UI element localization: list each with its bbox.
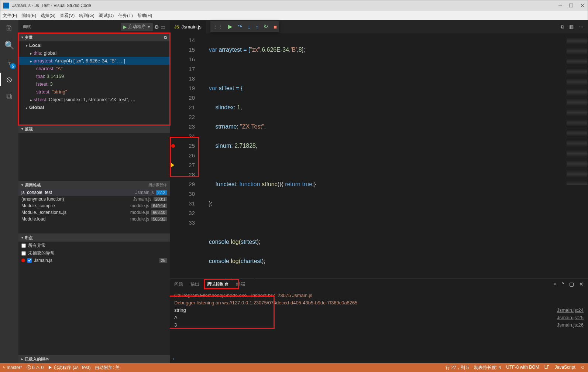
menu-tasks[interactable]: 任务(T) (118, 13, 133, 19)
status-language[interactable]: JavaScript (555, 365, 575, 371)
continue-icon[interactable]: ▶ (228, 23, 233, 30)
window-title: Jsmain.js - Js_Test - Visual Studio Code (12, 3, 558, 8)
close-icon[interactable]: ✕ (580, 3, 585, 8)
tab-terminal[interactable]: 终端 (236, 280, 245, 289)
restart-icon[interactable]: ↻ (264, 23, 268, 30)
checkbox[interactable] (21, 251, 26, 256)
bp-all-exceptions[interactable]: 所有异常 (18, 242, 170, 249)
chevron-down-icon: ▾ (21, 236, 23, 239)
callstack-frame[interactable]: (anonymous function)Jsmain.js203:1 (18, 196, 170, 202)
var-istest[interactable]: istest: 3 (18, 80, 170, 88)
menu-debug[interactable]: 调试(D) (99, 13, 114, 19)
callstack-frame[interactable]: Module._extensions..jsmodule.js663:10 (18, 209, 170, 216)
bp-uncaught[interactable]: 未捕获的异常 (18, 249, 170, 257)
tab-output[interactable]: 输出 (190, 280, 199, 289)
scope-global[interactable]: ▸Global (18, 103, 170, 111)
console-source-link[interactable]: Jsmain.js:26 (557, 321, 584, 329)
watch-body (18, 133, 170, 181)
debug-console-body[interactable]: C:\Program Files\nodejs\node.exe --inspe… (170, 290, 588, 363)
loaded-scripts-header[interactable]: ▸ 已载入的脚本 (18, 355, 170, 363)
source-control-icon[interactable]: ⑂5 (4, 57, 14, 68)
menu-view[interactable]: 查看(V) (60, 13, 75, 19)
grip-icon[interactable]: ⋮⋮ (213, 24, 223, 30)
bp-file[interactable]: Jsmain.js25 (18, 257, 170, 264)
var-fpai[interactable]: fpai: 3.14159 (18, 72, 170, 80)
checkbox[interactable] (27, 258, 32, 263)
debug-toolbar[interactable]: ⋮⋮ ▶ ↷ ↓ ↑ ↻ ■ (210, 21, 279, 32)
chevron-down-icon: ▾ (21, 183, 23, 187)
debug-icon[interactable]: ⦸ (4, 74, 14, 85)
explorer-icon[interactable]: 🗎 (4, 23, 14, 34)
callstack-frame[interactable]: Module.loadmodule.js565:32 (18, 216, 170, 222)
tab-debug-console[interactable]: 调试控制台 (207, 280, 229, 289)
debug-console-icon[interactable]: ▭ (161, 24, 165, 30)
panel-close-icon[interactable]: ✕ (579, 281, 584, 287)
menu-help[interactable]: 帮助(H) (137, 13, 152, 19)
menu-file[interactable]: 文件(F) (3, 13, 17, 19)
step-over-icon[interactable]: ↷ (238, 23, 243, 30)
var-arraytest[interactable]: ▸arraytest: Array(4) ["zx", 6.626e-34, "… (18, 57, 170, 65)
gear-icon[interactable]: ⚙ (154, 24, 159, 30)
collapse-all-icon[interactable]: ⧉ (164, 35, 167, 40)
bottom-panel: 问题 输出 调试控制台 终端 ≡ ^ ▢ ✕ C:\Program Files\… (170, 278, 588, 363)
var-sttest[interactable]: ▸stTest: Object {siindex: 1, strname: "Z… (18, 96, 170, 103)
var-chartest[interactable]: chartest: "A" (18, 65, 170, 72)
status-errors[interactable]: ⓧ 0 ⚠ 0 (27, 365, 44, 371)
current-line-arrow-icon (171, 163, 174, 168)
panel-up-icon[interactable]: ^ (561, 281, 564, 287)
line-gutter[interactable]: 1415161718192021222324 25 26 27 28293031… (170, 33, 199, 278)
status-launch[interactable]: ▶ 启动程序 (Js_Test) (48, 365, 90, 371)
debug-sidebar: 调试 ▶ 启动程序 ▼ ⚙ ▭ ▾ 变量 ⧉ ▾Local ▸this: g (18, 20, 170, 363)
tab-jsmain[interactable]: JS Jsmain.js (170, 20, 206, 33)
minimap[interactable] (566, 33, 588, 278)
maximize-icon[interactable]: ☐ (569, 3, 574, 8)
start-debug-icon[interactable]: ▶ (123, 24, 127, 30)
split-editor-icon[interactable]: ⧉ (561, 24, 564, 30)
watch-label: 监视 (25, 126, 33, 132)
stop-icon[interactable]: ■ (274, 24, 277, 30)
callstack-label: 调用堆栈 (25, 182, 41, 188)
console-source-link[interactable]: Jsmain.js:25 (557, 314, 584, 321)
minimize-icon[interactable]: ─ (558, 3, 562, 8)
launch-config-dropdown[interactable]: ▶ 启动程序 ▼ (121, 23, 153, 31)
console-source-link[interactable]: Jsmain.js:24 (557, 307, 584, 314)
more-icon[interactable]: ⋯ (579, 24, 584, 30)
extensions-icon[interactable]: ⧉ (4, 91, 14, 102)
console-line: stringJsmain.js:24 (174, 307, 584, 314)
menu-edit[interactable]: 编辑(E) (21, 13, 36, 19)
breakpoint-marker-icon[interactable] (171, 144, 175, 148)
callstack-status: 因步骤暂停 (148, 182, 167, 188)
status-tabsize[interactable]: 制表符长度: 4 (474, 365, 501, 371)
step-into-icon[interactable]: ↓ (248, 24, 251, 30)
breakpoints-section-header[interactable]: ▾ 断点 (18, 233, 170, 242)
code-editor[interactable]: var arraytest = ["zx",6.626E-34,'B',8]; … (199, 33, 566, 278)
callstack-frame[interactable]: Module._compilemodule.js649:14 (18, 202, 170, 209)
search-icon[interactable]: 🔍 (4, 40, 14, 51)
checkbox[interactable] (21, 243, 26, 248)
tab-problems[interactable]: 问题 (174, 280, 183, 289)
titlebar: Jsmain.js - Js_Test - Visual Studio Code… (0, 0, 588, 11)
status-encoding[interactable]: UTF-8 with BOM (506, 365, 539, 371)
var-strtest[interactable]: strtest: "string" (18, 88, 170, 96)
clear-console-icon[interactable]: ≡ (553, 281, 556, 287)
callstack-frame[interactable]: js_console_testJsmain.js27:2 (18, 189, 170, 196)
menu-goto[interactable]: 转到(G) (79, 13, 94, 19)
scope-local[interactable]: ▾Local (18, 41, 170, 49)
scm-badge: 5 (10, 63, 16, 69)
console-line: AJsmain.js:25 (174, 314, 584, 321)
console-input-chevron-icon[interactable]: › (173, 356, 174, 362)
status-eol[interactable]: LF (544, 365, 550, 371)
step-out-icon[interactable]: ↑ (256, 24, 259, 30)
layout-icon[interactable]: ▥ (569, 24, 574, 30)
status-auto-attach[interactable]: 自动附加: 关 (95, 365, 120, 371)
git-branch[interactable]: ⑂ master* (3, 365, 22, 370)
bp-line-badge: 25 (159, 258, 167, 263)
menu-select[interactable]: 选择(S) (41, 13, 55, 19)
callstack-section-header[interactable]: ▾ 调用堆栈 因步骤暂停 (18, 181, 170, 189)
panel-maximize-icon[interactable]: ▢ (569, 281, 574, 287)
feedback-icon[interactable]: ☺ (581, 365, 585, 371)
watch-section-header[interactable]: ▾ 监视 (18, 125, 170, 133)
variables-section-header[interactable]: ▾ 变量 ⧉ (18, 33, 170, 41)
status-position[interactable]: 行 27，列 5 (446, 365, 469, 371)
var-this[interactable]: ▸this: global (18, 49, 170, 57)
